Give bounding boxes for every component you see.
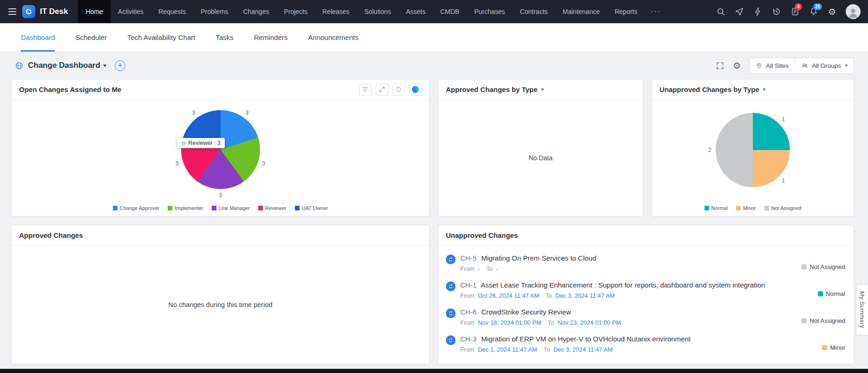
change-icon [446,255,456,264]
widget-title: Approved Changes [19,231,83,239]
tab[interactable]: Scheduler [75,23,107,52]
change-id[interactable]: CH-6 [460,308,476,316]
change-list-item[interactable]: CH-6 CrowdStrike Security Review From No… [446,303,845,330]
widget-unapproved-changes-by-type: Unapproved Changes by Type ▾ 112 NormalM… [652,79,854,216]
all-groups-filter-button[interactable]: All Groups ▾ [795,58,854,73]
nav-item[interactable]: Purchases [467,0,512,23]
change-id[interactable]: CH-3 [460,335,476,343]
nav-item[interactable]: Projects [276,0,315,23]
all-sites-filter-button[interactable]: All Sites [750,58,795,73]
legend-item[interactable]: Reviewer [258,205,287,211]
change-title-line: CH-5 Migrating On Prem Services to Cloud [460,254,797,262]
chevron-down-icon[interactable]: ▾ [104,63,106,68]
widget-body: 112 NormalMinorNot Assigned [652,100,854,216]
nav-more-button[interactable]: ··· [645,7,667,16]
nav-item[interactable]: Releases [315,0,357,23]
dashboard-settings-gear-icon[interactable]: ⚙ [733,61,741,70]
settings-gear-icon[interactable]: ⚙ [827,7,837,17]
legend-item[interactable]: Minor [736,205,756,211]
legend-swatch [764,206,769,210]
dashboard-content: Open Changes Assigned to Me 33333 [0,79,868,364]
nav-item[interactable]: Home [78,0,110,23]
nav-item[interactable]: Activities [111,0,151,23]
legend-item[interactable]: Not Assigned [764,205,802,211]
nav-item[interactable]: Problems [193,0,235,23]
unapproved-by-type-pie-chart[interactable]: 112 [716,113,790,187]
legend-label: UAT Owner [302,205,328,211]
hamburger-menu-icon[interactable] [5,0,20,23]
change-title[interactable]: Migration of ERP VM on Hyper-V to OVHclo… [481,335,691,343]
add-dashboard-button[interactable]: + [115,60,125,71]
tab[interactable]: Announcements [308,23,358,52]
widget-body: 33333 Reviewer : 3 Change ApproverImplem… [12,100,429,216]
tab[interactable]: Tech Availability Chart [127,23,195,52]
change-list-item[interactable]: CH-5 Migrating On Prem Services to Cloud… [446,249,845,276]
widget-title: Approved Changes by Type [446,85,537,93]
nav-item[interactable]: Changes [235,0,276,23]
change-title[interactable]: CrowdStrike Security Review [481,308,571,316]
to-label: To [548,319,554,326]
history-icon[interactable] [771,7,781,17]
chevron-down-icon[interactable]: ▾ [541,87,544,92]
no-data-text: No Data [438,100,643,216]
change-list-item[interactable]: CH-3 Migration of ERP VM on Hyper-V to O… [446,330,845,357]
pie-value-label: 3 [262,160,265,167]
change-title[interactable]: Migrating On Prem Services to Cloud [481,254,596,262]
legend-swatch [113,206,117,210]
nav-item[interactable]: Solutions [357,0,398,23]
tab-label: Announcements [308,33,358,41]
refresh-icon[interactable] [392,84,405,96]
notifications-badge: 25 [813,3,822,10]
chevron-down-icon[interactable]: ▾ [763,87,766,92]
legend-item[interactable]: Implementer [168,205,203,211]
legend-label: Normal [711,205,728,211]
legend-swatch [168,206,172,210]
change-id[interactable]: CH-1 [460,281,476,289]
chart-legend: NormalMinorNot Assigned [652,205,854,211]
nav-item[interactable]: Requests [151,0,193,23]
nav-item[interactable]: Contracts [512,0,555,23]
tooltip-text: Reviewer : 3 [189,140,221,146]
notifications-bell-icon[interactable]: 25 [809,7,818,17]
legend-item[interactable]: Normal [705,205,728,211]
widgets-row-1: Open Changes Assigned to Me 33333 [11,79,854,216]
app-logo-glyph [25,7,33,16]
dashboard-title[interactable]: Change Dashboard [28,61,100,70]
user-avatar[interactable] [846,4,861,19]
tab-label: Reminders [254,33,288,41]
shortcuts-lightning-icon[interactable] [753,7,763,17]
change-id[interactable]: CH-5 [460,254,476,262]
nav-item[interactable]: Maintenance [555,0,607,23]
quick-actions-send-icon[interactable] [734,7,744,17]
change-title[interactable]: Asset Lease Tracking Enhancement : Suppo… [481,281,765,289]
filter-icon[interactable] [359,84,372,96]
legend-item[interactable]: UAT Owner [295,205,328,211]
tab[interactable]: Reminders [254,23,288,52]
my-summary-side-tab[interactable]: My Summary [856,284,868,335]
legend-item[interactable]: Line Manager [212,205,250,211]
widget-header: Approved Changes by Type ▾ [438,79,643,100]
tab[interactable]: Dashboard [21,23,55,52]
change-details: CH-5 Migrating On Prem Services to Cloud… [460,254,797,272]
legend-item[interactable]: Change Approver [113,205,160,211]
widget-header: Open Changes Assigned to Me [12,79,429,100]
priority-swatch [822,345,827,350]
approvals-icon[interactable]: 4 [790,7,800,17]
search-icon[interactable] [716,7,725,17]
expand-icon[interactable] [376,84,388,96]
chart-type-icon[interactable] [409,84,422,96]
widget-approved-changes-by-type: Approved Changes by Type ▾ No Data [438,79,643,216]
tab[interactable]: Tasks [215,23,233,52]
fullscreen-icon[interactable] [716,61,724,70]
nav-item[interactable]: Reports [607,0,645,23]
change-list-item[interactable]: CH-1 Asset Lease Tracking Enhancement : … [446,276,845,303]
open-changes-pie-chart[interactable]: 33333 [181,110,260,189]
nav-item[interactable]: Assets [398,0,433,23]
change-title-line: CH-1 Asset Lease Tracking Enhancement : … [460,281,813,289]
legend-swatch [295,206,300,210]
location-pin-icon [756,62,763,69]
change-dates: From - To - [460,265,797,272]
app-logo[interactable] [22,5,35,18]
nav-item[interactable]: CMDB [433,0,467,23]
pie-value-label: 3 [192,110,196,116]
